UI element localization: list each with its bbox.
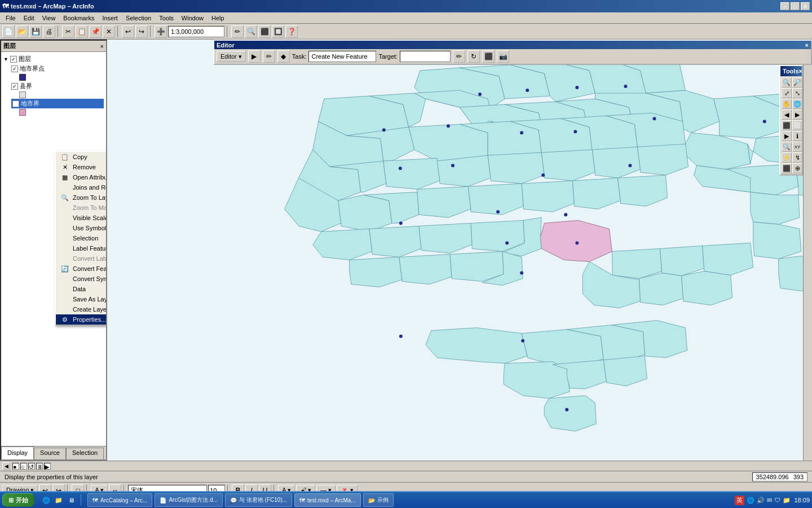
- menu-view[interactable]: View: [39, 14, 59, 22]
- ctx-save-layer[interactable]: Save As Layer File...: [56, 294, 107, 304]
- new-button[interactable]: 📄: [2, 25, 15, 38]
- tool-add-crosshair[interactable]: ⊕: [792, 163, 802, 173]
- tool-select-area[interactable]: ⬜: [792, 120, 802, 130]
- tool-xy[interactable]: XY: [792, 142, 802, 152]
- scroll-dot-2[interactable]: ○: [20, 463, 27, 470]
- toc-layer-xian[interactable]: 县界: [11, 81, 104, 91]
- tray-lang-icon[interactable]: 英: [735, 496, 744, 505]
- editor-dropdown-button[interactable]: Editor ▾: [217, 51, 246, 62]
- minimize-button[interactable]: –: [780, 2, 789, 10]
- copy-button[interactable]: 📋: [76, 25, 88, 38]
- help-button[interactable]: ❓: [285, 25, 298, 38]
- tab-source[interactable]: Source: [34, 448, 66, 459]
- tool-zoom-in[interactable]: 🔍: [782, 77, 792, 87]
- ctx-properties[interactable]: ⚙ Properties...: [56, 314, 107, 325]
- menu-bookmarks[interactable]: Bookmarks: [60, 14, 98, 22]
- ctx-use-symbol[interactable]: Use Symbol Levels: [56, 223, 107, 233]
- scroll-right-btn2[interactable]: ▶: [44, 463, 51, 470]
- ctx-convert-features[interactable]: 🔄 Convert Features to Graphics...: [56, 264, 107, 274]
- ctx-data[interactable]: Data ▶: [56, 284, 107, 294]
- ctx-open-attr[interactable]: ▦ Open Attribute Table: [56, 172, 107, 182]
- toc-checkbox-dishipoint[interactable]: [11, 65, 18, 72]
- ctx-selection[interactable]: Selection ▶: [56, 233, 107, 243]
- tool-identify[interactable]: ▶: [782, 131, 792, 141]
- toc-close-button[interactable]: ×: [100, 43, 104, 50]
- taskbar-app-chat[interactable]: 💬 与 张君艳 (FC10)...: [225, 493, 292, 507]
- open-button[interactable]: 📂: [16, 25, 28, 38]
- zoom-in-button[interactable]: 🔍: [245, 25, 257, 38]
- toc-checkbox-xian[interactable]: [11, 83, 18, 90]
- editor-close-button[interactable]: ×: [805, 42, 809, 49]
- tool-lightning[interactable]: ↯: [792, 152, 802, 163]
- menu-edit[interactable]: Edit: [20, 14, 38, 22]
- tool-measure[interactable]: ⚡: [782, 152, 792, 163]
- tool-zoom-extent[interactable]: ⤡: [792, 88, 802, 98]
- delete-button[interactable]: ✕: [103, 25, 115, 38]
- editor-target-dropdown[interactable]: [400, 51, 451, 62]
- tool-find[interactable]: 🔍: [782, 142, 792, 152]
- close-button[interactable]: ×: [801, 2, 810, 10]
- ctx-label-features[interactable]: Label Features: [56, 243, 107, 253]
- editor-vertex-button[interactable]: ◆: [277, 50, 290, 63]
- editor-sketch-button[interactable]: ✏: [453, 50, 465, 63]
- print-button[interactable]: 🖨: [43, 25, 55, 38]
- menu-tools[interactable]: Tools: [156, 14, 177, 22]
- editor-pencil-button[interactable]: ✏: [263, 50, 275, 63]
- pan-button[interactable]: 🔲: [272, 25, 284, 38]
- taskbar-quick-2[interactable]: 📁: [54, 495, 64, 505]
- ctx-visible-scale[interactable]: Visible Scale Range ▶: [56, 213, 107, 223]
- menu-help[interactable]: Help: [208, 14, 228, 22]
- editor-tool-button[interactable]: ✏: [231, 25, 244, 38]
- ctx-copy[interactable]: 📋 Copy: [56, 152, 107, 162]
- tab-selection[interactable]: Selection: [66, 448, 104, 459]
- editor-play-button[interactable]: ▶: [248, 50, 261, 63]
- tool-zoom-out[interactable]: 🔎: [792, 77, 802, 87]
- tools-close-button[interactable]: ×: [799, 68, 802, 75]
- taskbar-app-arccatalog[interactable]: 🗺 ArcCatalog – Arc...: [87, 493, 152, 507]
- tool-full-extent[interactable]: ⤢: [782, 88, 792, 98]
- tab-display[interactable]: Display: [1, 446, 34, 459]
- add-data-button[interactable]: ➕: [155, 25, 167, 38]
- taskbar-app-arcgis[interactable]: 📄 ArcGis切图方法.d...: [155, 493, 223, 507]
- tool-select-frame[interactable]: ⬛: [782, 120, 792, 130]
- ctx-convert-symbology[interactable]: Convert Symbology to Representation...: [56, 274, 107, 284]
- toc-checkbox-root[interactable]: [10, 56, 17, 63]
- scale-input[interactable]: 1:3,000,000: [168, 26, 224, 37]
- tool-info[interactable]: ℹ: [792, 131, 802, 141]
- tool-map-tips[interactable]: ⬛: [782, 163, 792, 173]
- toc-layer-root[interactable]: ▼ 图层: [3, 54, 104, 64]
- ctx-remove[interactable]: ✕ Remove: [56, 162, 107, 172]
- save-button[interactable]: 💾: [29, 25, 42, 38]
- editor-mirror-button[interactable]: ⬛: [482, 50, 495, 63]
- redo-button[interactable]: ↪: [135, 25, 148, 38]
- ctx-zoom-layer[interactable]: 🔍 Zoom To Layer: [56, 192, 107, 203]
- paste-button[interactable]: 📌: [89, 25, 102, 38]
- editor-photo-button[interactable]: 📷: [497, 50, 509, 63]
- toc-layer-dishtq[interactable]: 地市界: [11, 99, 104, 108]
- taskbar-quick-3[interactable]: 🖥: [66, 495, 76, 505]
- menu-file[interactable]: File: [2, 14, 19, 22]
- ctx-joins[interactable]: Joins and Relates ▶: [56, 182, 107, 192]
- maximize-button[interactable]: □: [791, 2, 800, 10]
- scroll-right[interactable]: ▲ ▼: [803, 40, 812, 461]
- menu-insert[interactable]: Insert: [99, 14, 121, 22]
- editor-task-dropdown[interactable]: Create New Feature: [308, 51, 376, 62]
- toc-layer-dishipoint[interactable]: 地市界点: [11, 64, 104, 73]
- taskbar-quick-1[interactable]: 🌐: [41, 495, 51, 505]
- scroll-pause[interactable]: ⏸: [36, 463, 43, 470]
- toc-checkbox-dishtq[interactable]: [12, 100, 19, 107]
- start-button[interactable]: ⊞ 开始: [2, 493, 34, 507]
- taskbar-app-arcmap[interactable]: 🗺 test.mxd – ArcMa...: [294, 493, 361, 507]
- cut-button[interactable]: ✂: [62, 25, 74, 38]
- editor-rotate-button[interactable]: ↻: [467, 50, 480, 63]
- menu-window[interactable]: Window: [178, 14, 207, 22]
- tool-globe[interactable]: 🌐: [792, 99, 802, 109]
- map-area[interactable]: Editor × Editor ▾ ▶ ✏ ◆ Task: Create New…: [107, 40, 812, 461]
- scroll-dot-1[interactable]: ●: [12, 463, 19, 470]
- taskbar-app-example[interactable]: 📂 示例: [363, 493, 394, 507]
- tool-forward[interactable]: ▶: [792, 110, 802, 120]
- scroll-left-button[interactable]: ◀: [2, 462, 10, 470]
- ctx-create-pkg[interactable]: Create Layer Package...: [56, 304, 107, 314]
- select-button[interactable]: ⬛: [258, 25, 271, 38]
- undo-button[interactable]: ↩: [122, 25, 134, 38]
